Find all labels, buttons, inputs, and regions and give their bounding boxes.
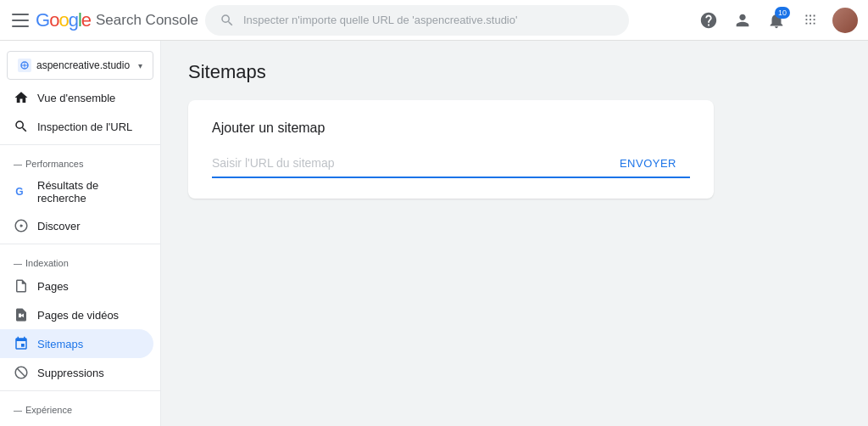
url-inspection-label: Inspection de l'URL (37, 121, 132, 133)
sidebar-item-sitemaps[interactable]: Sitemaps (0, 329, 153, 358)
search-results-label: Résultats de recherche (37, 179, 140, 205)
property-icon (18, 59, 31, 72)
add-sitemap-card: Ajouter un sitemap ENVOYER (188, 100, 714, 199)
sidebar: aspencreative.studio ▾ Vue d'ensemble In… (0, 41, 161, 426)
collapse-icon-indexation: — (14, 259, 22, 268)
collapse-icon-experience: — (14, 406, 22, 415)
svg-point-2 (20, 225, 23, 227)
sitemap-input-row: ENVOYER (212, 149, 690, 178)
search-icon (220, 13, 235, 28)
section-performances[interactable]: — Performances (0, 149, 160, 172)
sidebar-divider-2 (0, 244, 160, 244)
discover-icon (14, 218, 29, 233)
svg-text:G: G (15, 186, 23, 198)
section-indexation[interactable]: — Indexation (0, 248, 160, 272)
apps-button[interactable] (795, 5, 826, 36)
sidebar-item-search-results[interactable]: G Résultats de recherche (0, 172, 153, 211)
sitemap-url-input[interactable] (212, 149, 606, 177)
search-input[interactable] (243, 14, 615, 26)
main-content: Sitemaps Ajouter un sitemap ENVOYER (161, 41, 868, 426)
suppression-icon (14, 365, 29, 380)
video-pages-label: Pages de vidéos (37, 309, 119, 322)
sidebar-item-page-experience[interactable]: Expérience sur la page (0, 418, 153, 426)
discover-label: Discover (37, 220, 81, 233)
card-title: Ajouter un sitemap (212, 121, 690, 136)
suppressions-label: Suppressions (37, 367, 104, 379)
globe-small-icon (20, 61, 29, 70)
overview-label: Vue d'ensemble (37, 92, 115, 104)
sitemaps-label: Sitemaps (37, 338, 83, 350)
sidebar-divider-1 (0, 144, 160, 145)
property-name: aspencreative.studio (36, 59, 133, 71)
search-console-help-button[interactable] (727, 5, 758, 36)
chevron-down-icon: ▾ (138, 61, 142, 70)
help-button[interactable] (693, 5, 724, 36)
collapse-icon-performances: — (14, 160, 22, 169)
section-performances-label: Performances (25, 159, 83, 169)
video-page-icon (14, 307, 29, 322)
sidebar-item-video-pages[interactable]: Pages de vidéos (0, 300, 153, 329)
sidebar-divider-3 (0, 390, 160, 391)
avatar[interactable] (832, 8, 858, 33)
sidebar-item-discover[interactable]: Discover (0, 211, 153, 240)
property-selector[interactable]: aspencreative.studio ▾ (7, 51, 153, 80)
topbar-left: Google Search Console (10, 9, 198, 31)
sidebar-item-overview[interactable]: Vue d'ensemble (0, 83, 153, 112)
section-indexation-label: Indexation (25, 258, 69, 268)
hamburger-menu-button[interactable] (10, 10, 31, 31)
submit-sitemap-button[interactable]: ENVOYER (606, 150, 690, 177)
section-experience[interactable]: — Expérience (0, 395, 160, 418)
sidebar-item-pages[interactable]: Pages (0, 272, 153, 300)
main-layout: aspencreative.studio ▾ Vue d'ensemble In… (0, 41, 868, 426)
topbar: Google Search Console 10 (0, 0, 868, 41)
sidebar-item-url-inspection[interactable]: Inspection de l'URL (0, 112, 153, 141)
apps-grid-icon (801, 11, 820, 30)
pages-label: Pages (37, 280, 69, 293)
section-experience-label: Expérience (25, 405, 72, 415)
sidebar-item-suppressions[interactable]: Suppressions (0, 358, 153, 387)
search-bar[interactable] (205, 5, 629, 36)
person-search-icon (733, 11, 752, 30)
search-small-icon (14, 119, 29, 134)
product-name: Search Console (96, 12, 198, 29)
page-icon (14, 278, 29, 294)
google-g-icon: G (14, 184, 29, 199)
notifications-button[interactable]: 10 (761, 5, 792, 36)
page-title: Sitemaps (188, 61, 841, 83)
home-icon (14, 90, 29, 105)
help-icon (699, 11, 718, 30)
sitemap-icon (14, 336, 29, 351)
notification-count: 10 (775, 7, 790, 19)
logo-container: Google Search Console (36, 9, 198, 31)
google-logo: Google (36, 9, 91, 31)
topbar-right: 10 (693, 5, 858, 36)
